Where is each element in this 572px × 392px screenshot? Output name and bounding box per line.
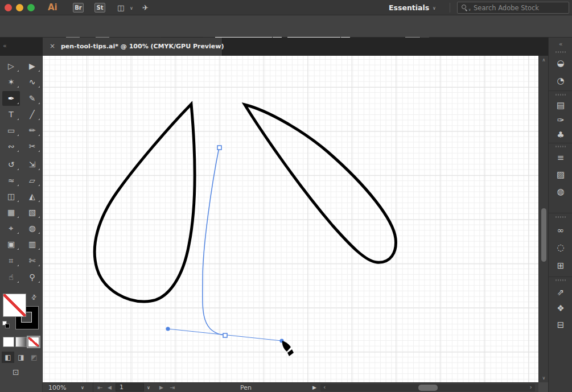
swap-fill-stroke-icon[interactable]: ⇄: [30, 293, 39, 302]
rectangle-tool[interactable]: ▭: [2, 123, 20, 138]
pen-anchor-current[interactable]: [223, 333, 227, 337]
expand-panels-icon[interactable]: «: [549, 40, 572, 48]
last-artboard-icon[interactable]: ⇥: [170, 383, 175, 392]
panel-group-grip[interactable]: [555, 279, 566, 281]
selection-tool[interactable]: ▷: [2, 59, 20, 73]
artboard-tool[interactable]: ⌗: [2, 253, 20, 268]
width-tool[interactable]: ≈: [2, 173, 20, 188]
panel-group-grip[interactable]: [555, 146, 566, 147]
artboard-canvas[interactable]: [43, 56, 538, 382]
minimize-window-button[interactable]: [16, 4, 23, 11]
column-graph-tool[interactable]: ▥: [23, 237, 41, 251]
hand-tool[interactable]: ☝: [2, 270, 20, 284]
scroll-right-icon[interactable]: ›: [530, 383, 532, 391]
gradient-tool[interactable]: ▧: [23, 205, 41, 220]
curvature-tool[interactable]: ✎: [23, 91, 41, 106]
pen-path-segment[interactable]: [203, 147, 225, 335]
pen-handle-point-left[interactable]: [166, 327, 170, 331]
shaper-tool[interactable]: ∾: [2, 139, 20, 154]
transparency-panel-icon[interactable]: ◍: [549, 187, 572, 197]
search-placeholder: Search Adobe Stock: [474, 4, 539, 12]
scroll-up-icon[interactable]: ∧: [539, 57, 549, 63]
status-expand-icon[interactable]: ▶: [312, 383, 316, 392]
close-window-button[interactable]: [5, 4, 12, 11]
none-button[interactable]: [28, 337, 39, 347]
document-tab[interactable]: × pen-tool-tips.ai* @ 100% (CMYK/GPU Pre…: [43, 38, 223, 56]
adjustments-panel-icon[interactable]: ◌: [549, 242, 572, 253]
fill-color-proxy[interactable]: [3, 294, 26, 317]
vertical-scrollbar[interactable]: ∧ ∨: [538, 56, 548, 382]
mesh-tool[interactable]: ▦: [2, 205, 20, 220]
pen-tool[interactable]: ✒: [2, 91, 20, 106]
artboards-panel-icon[interactable]: ⊟: [549, 320, 572, 330]
symbol-sprayer-tool[interactable]: ▣: [2, 237, 20, 251]
previous-artboard-icon[interactable]: ◀: [108, 383, 112, 392]
color-button[interactable]: [3, 337, 14, 347]
default-fill-stroke-icon[interactable]: [2, 321, 10, 329]
scissors-tool[interactable]: ✂: [23, 139, 41, 154]
first-artboard-icon[interactable]: ⇤: [97, 383, 102, 392]
zoom-level-chevron-icon[interactable]: ∨: [81, 383, 84, 392]
perspective-grid-tool[interactable]: ◭: [23, 189, 41, 204]
pathfinder-panel-icon[interactable]: ⊞: [549, 261, 572, 271]
horizontal-scrollbar[interactable]: ‹ ›: [320, 384, 535, 391]
status-bar: 100% ∨ ⇤ ◀ 1 ∨ ▶ ⇥ Pen ▶ ‹ ›: [43, 382, 538, 392]
artwork-petal-left[interactable]: [94, 104, 195, 302]
draw-inside-mode-icon[interactable]: ◩: [28, 352, 40, 363]
zoom-tool[interactable]: ⚲: [23, 270, 41, 284]
scale-tool[interactable]: ⇲: [23, 157, 41, 172]
zoom-level-value[interactable]: 100%: [48, 383, 66, 392]
close-tab-icon[interactable]: ×: [50, 42, 55, 50]
color-panel-icon[interactable]: ◒: [549, 58, 572, 68]
bridge-button[interactable]: Br: [73, 3, 84, 13]
arrange-documents-chevron-icon[interactable]: ∨: [130, 6, 133, 11]
artboard-chevron-icon[interactable]: ∨: [147, 383, 150, 392]
direct-selection-tool[interactable]: ▶: [23, 59, 41, 73]
stock-button[interactable]: St: [94, 3, 105, 13]
slice-tool[interactable]: ✄: [23, 253, 41, 268]
swatches-panel-icon[interactable]: ▤: [549, 100, 572, 110]
brushes-panel-icon[interactable]: ✑: [549, 115, 572, 125]
stroke-panel-icon[interactable]: ≡: [549, 152, 572, 163]
blend-tool[interactable]: ◍: [23, 221, 41, 236]
line-segment-tool[interactable]: ╱: [23, 107, 41, 122]
change-screen-mode-icon[interactable]: ⊡: [13, 368, 19, 377]
paintbrush-tool[interactable]: ✏: [23, 123, 41, 138]
next-artboard-icon[interactable]: ▶: [159, 383, 163, 392]
gpu-performance-rocket-icon[interactable]: ✈: [142, 3, 149, 12]
gradient-button[interactable]: [15, 337, 27, 347]
search-adobe-stock-input[interactable]: ∨ Search Adobe Stock: [457, 2, 569, 14]
libraries-panel-icon[interactable]: ∞: [549, 225, 572, 236]
scroll-left-icon[interactable]: ‹: [323, 383, 326, 391]
lasso-tool[interactable]: ∿: [23, 75, 41, 89]
shape-builder-tool[interactable]: ◫: [2, 189, 20, 204]
workspace-switcher[interactable]: Essentials: [389, 3, 429, 12]
magic-wand-tool[interactable]: ✶: [2, 75, 20, 89]
horizontal-scrollbar-thumb[interactable]: [418, 385, 438, 391]
free-transform-tool[interactable]: ▱: [23, 173, 41, 188]
asset-export-panel-icon[interactable]: ⇗: [549, 287, 572, 298]
scroll-down-icon[interactable]: ∨: [539, 376, 549, 381]
panel-group-grip[interactable]: [555, 94, 566, 96]
draw-behind-mode-icon[interactable]: ◨: [15, 352, 27, 363]
panel-group-grip[interactable]: [555, 51, 566, 53]
zoom-window-button[interactable]: [27, 4, 35, 11]
collapse-toolbar-icon[interactable]: «: [3, 42, 7, 49]
arrange-documents-icon[interactable]: ◫: [117, 3, 124, 12]
rotate-tool[interactable]: ↺: [2, 157, 20, 172]
draw-normal-mode-icon[interactable]: ◧: [2, 352, 14, 363]
layers-panel-icon[interactable]: ❖: [549, 303, 572, 313]
eyedropper-tool[interactable]: ⌖: [2, 221, 20, 236]
artwork-petal-right[interactable]: [245, 105, 396, 262]
vertical-scrollbar-thumb[interactable]: [541, 208, 546, 262]
type-tool[interactable]: T: [2, 107, 20, 122]
pen-anchor-start[interactable]: [217, 146, 221, 150]
color-guide-panel-icon[interactable]: ◔: [549, 76, 572, 86]
gradient-panel-icon[interactable]: ▨: [549, 170, 572, 180]
panel-group-grip[interactable]: [555, 216, 566, 218]
current-tool-indicator: Pen: [240, 383, 252, 392]
workspace-chevron-icon[interactable]: ∨: [433, 6, 436, 11]
symbols-panel-icon[interactable]: ♣: [549, 130, 572, 140]
artboard-number-field[interactable]: 1: [116, 383, 144, 391]
menu-bar: Ai Br St ◫ ∨ ✈ Essentials ∨ ∨ Search Ado…: [0, 0, 572, 15]
